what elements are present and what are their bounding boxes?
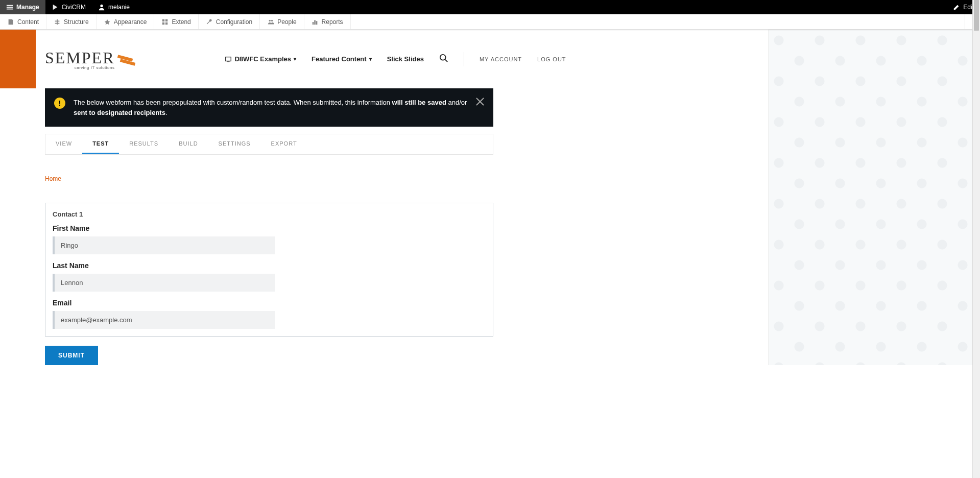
content-icon [7, 18, 14, 26]
device-icon [225, 56, 232, 63]
tab-test[interactable]: TEST [82, 134, 119, 154]
civicrm-link[interactable]: CiviCRM [45, 0, 92, 14]
toolbar-content[interactable]: Content [0, 14, 46, 29]
site-header: SEMPER carving IT solutions D8WFC Exampl… [45, 30, 586, 88]
svg-point-5 [269, 19, 271, 21]
first-name-field[interactable] [53, 236, 275, 254]
search-button[interactable] [439, 54, 448, 64]
toolbar-appearance-label: Appearance [114, 18, 147, 26]
alert-text-1: The below webform has been prepopulated … [74, 99, 392, 106]
nav-featured[interactable]: Featured Content ▾ [312, 55, 372, 63]
civicrm-icon [52, 4, 59, 11]
appearance-icon [104, 18, 111, 26]
nav-logout[interactable]: LOG OUT [537, 56, 566, 62]
svg-point-14 [440, 55, 446, 60]
fieldset-legend: Contact 1 [53, 210, 486, 218]
search-icon [439, 54, 448, 63]
admin-toolbar: Content Structure Appearance Extend Conf… [0, 14, 980, 30]
nav-separator [464, 52, 464, 66]
email-field[interactable] [53, 311, 275, 329]
chevron-down-icon: ▾ [369, 56, 372, 62]
last-name-label: Last Name [53, 261, 486, 270]
breadcrumb: Home [45, 175, 493, 182]
alert-bold-1: will still be saved [392, 99, 446, 106]
tab-results[interactable]: RESULTS [119, 134, 169, 154]
warning-icon: ! [54, 98, 65, 109]
last-name-field[interactable] [53, 274, 275, 292]
people-icon [267, 18, 274, 26]
sidebar-pattern [768, 30, 972, 365]
toolbar-reports-label: Reports [322, 18, 343, 26]
user-menu[interactable]: melanie [92, 0, 136, 14]
nav-slides[interactable]: Slick Slides [387, 55, 424, 63]
svg-rect-4 [165, 22, 168, 24]
contact-fieldset: Contact 1 First Name Last Name Email [45, 203, 493, 337]
svg-rect-3 [162, 22, 164, 24]
toolbar-appearance[interactable]: Appearance [97, 14, 155, 29]
wrench-icon [206, 18, 213, 26]
structure-icon [54, 18, 61, 26]
nav-featured-label: Featured Content [312, 55, 367, 63]
toolbar-content-label: Content [17, 18, 39, 26]
toolbar-reports[interactable]: Reports [304, 14, 351, 29]
nav-examples-label: D8WFC Examples [234, 55, 291, 63]
svg-line-15 [445, 60, 448, 62]
alert-text-2: and/or [446, 99, 467, 106]
drupal-admin-bar: Manage CiviCRM melanie Edit [0, 0, 980, 14]
first-name-label: First Name [53, 224, 486, 232]
nav-slides-label: Slick Slides [387, 55, 424, 63]
breadcrumb-home[interactable]: Home [45, 175, 61, 182]
logo-graphic-icon [117, 52, 138, 67]
toolbar-structure[interactable]: Structure [46, 14, 97, 29]
tab-view[interactable]: VIEW [45, 134, 82, 154]
scrollbar-thumb[interactable] [974, 0, 979, 31]
toolbar-people[interactable]: People [260, 14, 304, 29]
hamburger-icon [6, 4, 13, 11]
civicrm-label: CiviCRM [62, 4, 86, 11]
user-icon [98, 4, 105, 11]
toolbar-configuration-label: Configuration [216, 18, 252, 26]
svg-point-6 [271, 19, 273, 21]
alert-text-3: . [165, 109, 168, 116]
alert-bold-2: sent to designated recipients [74, 109, 165, 116]
toolbar-configuration[interactable]: Configuration [199, 14, 260, 29]
nav-examples[interactable]: D8WFC Examples ▾ [225, 55, 296, 63]
page-scrollbar[interactable]: ▲ [972, 0, 980, 365]
tab-build[interactable]: BUILD [169, 134, 208, 154]
tab-settings[interactable]: SETTINGS [208, 134, 261, 154]
svg-rect-12 [226, 57, 231, 61]
close-icon[interactable] [475, 97, 485, 107]
manage-label: Manage [16, 4, 39, 11]
svg-rect-8 [314, 20, 316, 25]
email-label: Email [53, 299, 486, 307]
accent-stripe [0, 30, 36, 88]
pencil-icon [953, 4, 960, 11]
logo-text: SEMPER [45, 49, 114, 67]
toolbar-extend[interactable]: Extend [154, 14, 198, 29]
svg-point-0 [100, 5, 103, 7]
toolbar-extend-label: Extend [172, 18, 190, 26]
manage-button[interactable]: Manage [0, 0, 45, 14]
submit-button[interactable]: SUBMIT [45, 346, 98, 365]
toolbar-structure-label: Structure [64, 18, 89, 26]
svg-rect-13 [227, 61, 230, 62]
svg-rect-7 [312, 22, 314, 25]
toolbar-people-label: People [277, 18, 296, 26]
nav-account[interactable]: MY ACCOUNT [480, 56, 522, 62]
svg-rect-1 [162, 19, 164, 21]
tab-export[interactable]: EXPORT [261, 134, 307, 154]
reports-icon [312, 18, 319, 26]
extend-icon [161, 18, 169, 26]
user-label: melanie [108, 4, 130, 11]
svg-rect-9 [316, 21, 317, 25]
warning-message: ! The below webform has been prepopulate… [45, 88, 493, 127]
chevron-down-icon: ▾ [294, 56, 296, 62]
site-logo[interactable]: SEMPER carving IT solutions [45, 49, 138, 70]
primary-tabs: VIEW TEST RESULTS BUILD SETTINGS EXPORT [45, 134, 493, 155]
svg-rect-2 [165, 19, 168, 21]
